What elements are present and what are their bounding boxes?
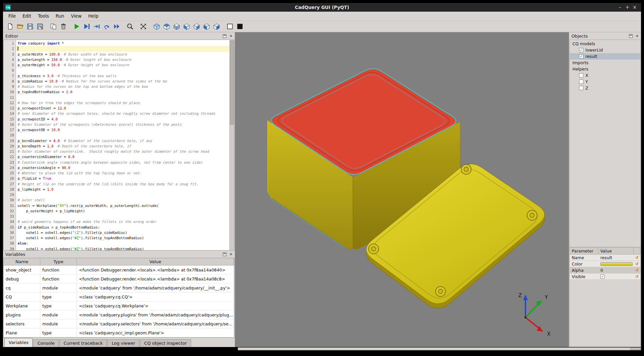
tab-log-viewer[interactable]: Log viewer xyxy=(107,339,140,347)
tree-item-z[interactable]: Z xyxy=(570,85,640,91)
save-button[interactable] xyxy=(25,22,35,32)
tree-item-y[interactable]: Y xyxy=(570,79,640,85)
open-button[interactable] xyxy=(15,22,25,32)
menu-edit[interactable]: Edit xyxy=(19,12,35,21)
line-number: 30 xyxy=(4,197,16,203)
shaded-button[interactable] xyxy=(235,22,245,32)
zoom-button[interactable] xyxy=(125,22,135,32)
view-bottom-icon xyxy=(173,23,180,30)
scrollbar-thumb[interactable] xyxy=(230,41,234,125)
reset-icon[interactable]: ↺ xyxy=(634,255,640,261)
step-over-button[interactable] xyxy=(102,22,112,32)
view-bottom-button[interactable] xyxy=(171,22,181,32)
line-number: 28 xyxy=(4,187,16,192)
checkbox-z[interactable] xyxy=(579,86,583,90)
code-line: p_screwpostOD = 10.0 xyxy=(18,127,229,132)
table-row[interactable]: pluginsmodule<module 'cadquery.plugins' … xyxy=(4,310,234,319)
line-number: 9 xyxy=(4,84,16,89)
tree-item-lowerlid[interactable]: lowerLid xyxy=(570,47,640,53)
table-cell: debug xyxy=(4,274,40,283)
table-row[interactable]: debugfunction<function Debugger.render.<… xyxy=(4,274,234,283)
tree-item-cq-models: CQ models xyxy=(570,41,640,47)
column-header-value[interactable]: Value xyxy=(77,258,234,266)
line-number: 24 xyxy=(4,165,16,170)
code-editor[interactable]: 1234567891011121314151617181920212223242… xyxy=(3,40,234,251)
close-button[interactable]: × xyxy=(631,4,638,10)
tab-variables[interactable]: Variables xyxy=(4,338,33,347)
table-row[interactable]: Workplanetype<class 'cadquery.cq.Workpla… xyxy=(4,301,234,310)
param-value: 0 xyxy=(598,267,634,273)
continue-button[interactable] xyxy=(112,22,122,32)
reset-icon[interactable]: ↺ xyxy=(634,261,640,267)
view-top-button[interactable] xyxy=(161,22,171,32)
tree-item-x[interactable]: X xyxy=(570,72,640,79)
checkbox-x[interactable] xyxy=(579,73,583,78)
view-back-button[interactable] xyxy=(211,22,221,32)
table-cell: <class 'cadquery.cq.CQ'> xyxy=(77,292,234,301)
table-cell: show_object xyxy=(4,266,40,274)
line-number: 6 xyxy=(4,68,16,73)
maximize-button[interactable]: + xyxy=(624,4,631,10)
view-left-button[interactable] xyxy=(181,22,191,32)
menu-help[interactable]: Help xyxy=(85,12,102,21)
code-area[interactable]: from cadquery import *p_outerWidth = 100… xyxy=(16,40,229,250)
close-icon[interactable]: × xyxy=(635,34,639,38)
column-header-type[interactable]: Type xyxy=(40,258,77,266)
axis-label-y: Y xyxy=(544,294,548,300)
close-icon[interactable]: × xyxy=(229,252,233,256)
table-row[interactable]: selectorsmodule<module 'cadquery.selecto… xyxy=(4,319,234,328)
code-line: p_countersinkAngle = 90.0 xyxy=(18,165,229,170)
tab-current-traceback[interactable]: Current traceback xyxy=(59,339,107,347)
tab-cq-object-inspector[interactable]: CQ object inspector xyxy=(140,339,191,347)
resize-grip[interactable] xyxy=(630,348,640,350)
color-swatch[interactable] xyxy=(600,262,633,266)
table-cell: <function Debugger.render.<locals>.<lamb… xyxy=(77,266,234,274)
save-as-button[interactable] xyxy=(35,22,45,32)
minimize-button[interactable]: – xyxy=(616,4,624,10)
code-line xyxy=(18,95,229,100)
line-number: 36 xyxy=(4,230,16,235)
reset-icon[interactable]: ↺ xyxy=(634,273,640,279)
view-front-button[interactable] xyxy=(201,22,211,32)
table-cell: type xyxy=(40,301,77,310)
menu-tools[interactable]: Tools xyxy=(35,12,52,21)
table-row[interactable]: CQtype<class 'cadquery.cq.CQ'> xyxy=(4,292,234,301)
table-row[interactable]: Planetype<class 'cadquery.occ_impl.geom.… xyxy=(4,328,234,337)
render-button[interactable] xyxy=(72,22,82,32)
table-cell: module xyxy=(40,310,77,319)
column-header-name[interactable]: Name xyxy=(4,258,40,266)
editor-scrollbar[interactable] xyxy=(229,40,234,250)
visible-checkbox[interactable] xyxy=(600,274,605,279)
code-line: oshell = oshell.edges("|Z").fillet(p_sid… xyxy=(18,230,229,235)
tree-item-result[interactable]: result xyxy=(570,53,640,60)
table-row[interactable]: cqmodule<module 'cadquery' from '/home/a… xyxy=(4,283,234,292)
3d-viewport[interactable]: Z Y X xyxy=(235,32,569,347)
menu-run[interactable]: Run xyxy=(52,12,68,21)
view-right-button[interactable] xyxy=(191,22,201,32)
copy-button[interactable] xyxy=(48,22,58,32)
float-icon[interactable] xyxy=(223,34,226,38)
debug-button[interactable] xyxy=(82,22,92,32)
fit-button[interactable] xyxy=(138,22,148,32)
table-row[interactable]: show_objectfunction<function Debugger.re… xyxy=(4,266,234,274)
checkbox-y[interactable] xyxy=(579,80,583,84)
menu-view[interactable]: View xyxy=(68,12,85,21)
reset-icon[interactable]: ↺ xyxy=(634,267,640,273)
tab-console[interactable]: Console xyxy=(33,339,59,347)
menu-file[interactable]: File xyxy=(5,12,19,21)
delete-button[interactable] xyxy=(58,22,68,32)
float-icon[interactable] xyxy=(223,253,226,256)
step-into-icon xyxy=(93,23,100,30)
view-iso-button[interactable] xyxy=(152,22,161,32)
float-icon[interactable] xyxy=(629,34,633,38)
main-content: Editor × 1234567891011121314151617181920… xyxy=(3,32,641,347)
wireframe-button[interactable] xyxy=(225,22,235,32)
param-value[interactable] xyxy=(598,273,634,279)
checkbox-result[interactable] xyxy=(579,54,583,59)
checkbox-lowerlid[interactable] xyxy=(579,48,583,52)
step-into-button[interactable] xyxy=(92,22,102,32)
close-icon[interactable]: × xyxy=(229,34,233,38)
param-name: Visible xyxy=(570,273,598,279)
new-button[interactable] xyxy=(5,22,15,32)
param-value[interactable] xyxy=(598,261,634,267)
